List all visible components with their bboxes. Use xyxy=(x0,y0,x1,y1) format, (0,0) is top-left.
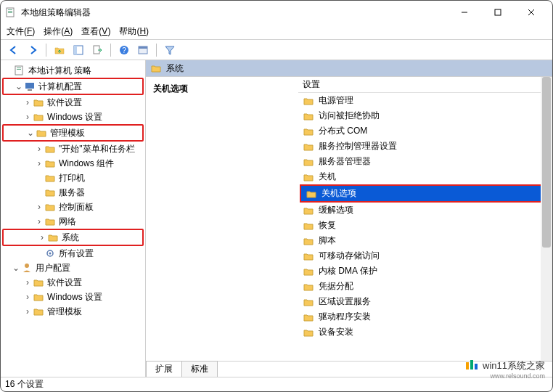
list-item-label: 区域设置服务 xyxy=(319,295,371,308)
up-button[interactable] xyxy=(51,41,68,59)
tree-item[interactable]: ›软件设置 xyxy=(1,95,145,110)
chevron-right-icon[interactable]: › xyxy=(34,144,44,154)
tree-item-computer-config[interactable]: ⌄ 计算机配置 xyxy=(4,79,142,94)
app-icon xyxy=(5,7,17,18)
tree-item[interactable]: ›软件设置 xyxy=(1,275,145,290)
folder-icon xyxy=(33,291,44,303)
chevron-right-icon[interactable]: › xyxy=(22,277,33,287)
tree-item[interactable]: 打印机 xyxy=(1,171,145,185)
folder-icon xyxy=(303,296,314,308)
window-title: 本地组策略编辑器 xyxy=(21,7,448,19)
tree-item[interactable]: ›"开始"菜单和任务栏 xyxy=(1,142,145,156)
tree-item-system[interactable]: ›系统 xyxy=(4,230,142,245)
tree-label: 网络 xyxy=(59,216,76,228)
list-item-label: 分布式 COM xyxy=(319,125,367,137)
list-item[interactable]: 关机 xyxy=(298,169,552,184)
chevron-down-icon[interactable]: ⌄ xyxy=(25,128,36,138)
svg-point-22 xyxy=(25,264,29,268)
content-header: 系统 xyxy=(146,60,552,76)
folder-icon xyxy=(303,110,314,122)
svg-rect-19 xyxy=(28,89,32,91)
list-item-label: 电源管理 xyxy=(319,94,353,107)
tree-label: Windows 设置 xyxy=(47,291,102,303)
tree-item[interactable]: ›Windows 设置 xyxy=(1,110,145,124)
export-list-button[interactable] xyxy=(89,41,106,59)
menu-action[interactable]: 操作(A) xyxy=(44,25,73,38)
folder-icon xyxy=(44,216,56,227)
list-item[interactable]: 设备安装 xyxy=(298,324,552,340)
list-item[interactable]: 脚本 xyxy=(298,233,552,248)
list-item[interactable]: 驱动程序安装 xyxy=(298,309,552,324)
list-item-label: 访问被拒绝协助 xyxy=(319,110,380,122)
chevron-right-icon[interactable]: › xyxy=(22,306,33,317)
selection-heading: 关机选项 xyxy=(153,83,291,95)
tree-item[interactable]: ›Windows 组件 xyxy=(1,156,145,171)
menu-help[interactable]: 帮助(H) xyxy=(119,25,149,38)
minimize-button[interactable] xyxy=(448,1,481,24)
toolbar: ? xyxy=(1,40,552,60)
scrollbar[interactable] xyxy=(541,77,552,361)
list-item[interactable]: 电源管理 xyxy=(298,93,552,108)
tree-item[interactable]: ›管理模板 xyxy=(1,304,145,319)
chevron-right-icon[interactable]: › xyxy=(22,97,33,107)
tree-item[interactable]: 服务器 xyxy=(1,185,145,200)
tree-item[interactable]: ›网络 xyxy=(1,214,145,229)
folder-icon xyxy=(303,235,314,247)
tree-root[interactable]: 本地计算机 策略 xyxy=(1,63,145,78)
back-button[interactable] xyxy=(5,41,22,59)
list-item-label: 关机选项 xyxy=(321,187,356,200)
tree-item-admin-templates[interactable]: ⌄管理模板 xyxy=(4,126,142,140)
chevron-right-icon[interactable]: › xyxy=(34,202,44,212)
folder-icon xyxy=(44,158,56,169)
list-item[interactable]: 区域设置服务 xyxy=(298,294,552,309)
svg-rect-2 xyxy=(8,11,12,12)
computer-icon xyxy=(24,81,36,92)
folder-icon xyxy=(150,62,162,74)
list-item[interactable]: 恢复 xyxy=(298,218,552,233)
list-item[interactable]: 内核 DMA 保护 xyxy=(298,264,552,279)
tree-item[interactable]: ›控制面板 xyxy=(1,200,145,214)
help-button[interactable]: ? xyxy=(115,41,133,59)
list-item[interactable]: 访问被拒绝协助 xyxy=(298,108,552,123)
show-hide-tree-button[interactable] xyxy=(70,41,87,59)
close-button[interactable] xyxy=(515,1,548,24)
maximize-button[interactable] xyxy=(481,1,515,24)
selected-item-highlight: 关机选项 xyxy=(300,184,551,203)
menu-bar: 文件(F) 操作(A) 查看(V) 帮助(H) xyxy=(1,24,552,40)
list-item[interactable]: 服务控制管理器设置 xyxy=(298,139,552,154)
chevron-right-icon[interactable]: › xyxy=(34,216,44,226)
chevron-right-icon[interactable]: › xyxy=(22,292,33,302)
filter-button[interactable] xyxy=(161,41,179,59)
properties-button[interactable] xyxy=(134,41,152,59)
list-item[interactable]: 凭据分配 xyxy=(298,279,552,294)
list-item[interactable]: 可移动存储访问 xyxy=(298,248,552,264)
tab-standard[interactable]: 标准 xyxy=(181,361,218,377)
list-item[interactable]: 关机选项 xyxy=(301,186,549,201)
scroll-thumb[interactable] xyxy=(542,77,551,248)
tree-label: 打印机 xyxy=(59,172,85,184)
forward-button[interactable] xyxy=(24,41,41,59)
title-bar: 本地组策略编辑器 xyxy=(1,1,552,24)
chevron-right-icon[interactable]: › xyxy=(22,112,33,122)
status-bar: 16 个设置 xyxy=(1,377,552,391)
list-item[interactable]: 缓解选项 xyxy=(298,203,552,218)
folder-icon xyxy=(303,141,314,152)
column-header-settings[interactable]: 设置 xyxy=(298,77,552,93)
chevron-right-icon[interactable]: › xyxy=(37,232,47,242)
tree-label: 系统 xyxy=(62,232,79,244)
chevron-down-icon[interactable]: ⌄ xyxy=(14,81,24,91)
folder-icon xyxy=(33,277,44,288)
list-item[interactable]: 分布式 COM xyxy=(298,123,552,139)
chevron-down-icon[interactable]: ⌄ xyxy=(11,263,21,273)
chevron-right-icon[interactable]: › xyxy=(34,158,44,168)
menu-file[interactable]: 文件(F) xyxy=(7,25,35,38)
list-item[interactable]: 服务器管理器 xyxy=(298,154,552,169)
menu-view[interactable]: 查看(V) xyxy=(81,25,110,38)
tree-item[interactable]: 所有设置 xyxy=(1,246,145,261)
policy-icon xyxy=(14,65,25,76)
tree-item-user-config[interactable]: ⌄用户配置 xyxy=(1,261,145,275)
tab-extended[interactable]: 扩展 xyxy=(146,361,182,377)
svg-rect-14 xyxy=(139,46,147,49)
tree-item[interactable]: ›Windows 设置 xyxy=(1,290,145,304)
status-text: 16 个设置 xyxy=(5,378,44,391)
